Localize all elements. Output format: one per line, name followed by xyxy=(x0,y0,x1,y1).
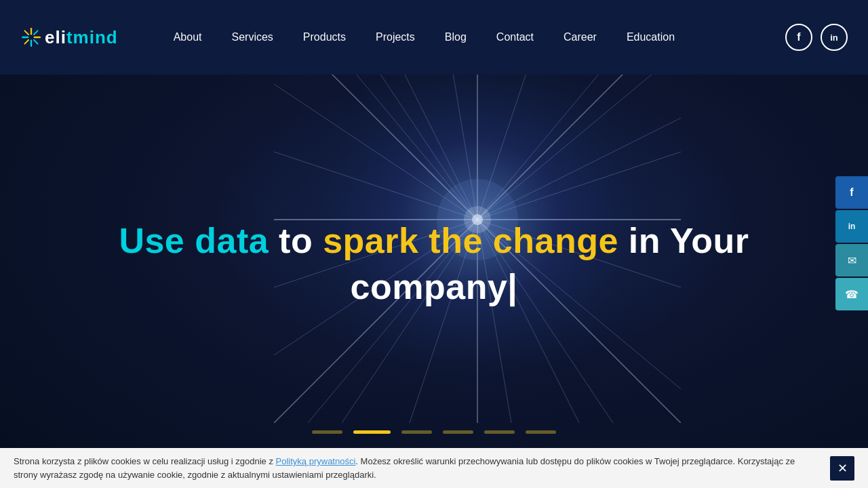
side-email-icon: ✉ xyxy=(848,254,856,267)
main-nav: About Services Products Projects Blog Co… xyxy=(159,24,772,50)
tagline-use-data: Use data xyxy=(119,221,269,260)
svg-line-41 xyxy=(34,30,38,35)
logo-eli: eli xyxy=(45,27,66,47)
header-facebook-button[interactable]: f xyxy=(785,24,812,51)
svg-line-40 xyxy=(34,40,38,44)
nav-projects[interactable]: Projects xyxy=(361,24,430,50)
side-facebook-button[interactable]: f xyxy=(835,176,868,209)
nav-education[interactable]: Education xyxy=(612,24,690,50)
linkedin-icon: in xyxy=(830,33,838,43)
logo-text: elitmind xyxy=(45,27,118,48)
nav-products[interactable]: Products xyxy=(288,24,361,50)
slide-dot-5[interactable] xyxy=(484,430,515,434)
side-phone-icon: ☎ xyxy=(845,288,859,301)
facebook-icon: f xyxy=(797,31,800,43)
slide-dot-6[interactable] xyxy=(526,430,556,434)
nav-services[interactable]: Services xyxy=(217,24,288,50)
slide-indicators xyxy=(312,430,556,434)
header-social-icons: f in xyxy=(785,24,848,51)
hero-content: Use data to spark the change in Your com… xyxy=(43,218,825,310)
side-linkedin-icon: in xyxy=(848,222,856,231)
nav-contact[interactable]: Contact xyxy=(481,24,549,50)
side-linkedin-button[interactable]: in xyxy=(835,210,868,243)
cookie-text-before-link: Strona korzysta z plików cookies w celu … xyxy=(14,456,276,466)
nav-career[interactable]: Career xyxy=(549,24,612,50)
nav-about[interactable]: About xyxy=(159,24,217,50)
hero-tagline: Use data to spark the change in Your com… xyxy=(43,218,825,310)
svg-line-42 xyxy=(24,40,28,44)
slide-dot-1[interactable] xyxy=(312,430,342,434)
header-linkedin-button[interactable]: in xyxy=(821,24,848,51)
cursor: | xyxy=(507,267,517,306)
side-phone-button[interactable]: ☎ xyxy=(835,278,868,310)
cookie-text: Strona korzysta z plików cookies w celu … xyxy=(14,455,830,481)
tagline-to: to xyxy=(269,221,323,260)
slide-dot-4[interactable] xyxy=(443,430,473,434)
side-social-bar: f in ✉ ☎ xyxy=(835,176,868,312)
side-email-button[interactable]: ✉ xyxy=(835,244,868,277)
tagline-spark-change: spark the change xyxy=(323,221,618,260)
header: elitmind About Services Products Project… xyxy=(0,0,868,75)
side-facebook-icon: f xyxy=(850,186,853,199)
cookie-privacy-link[interactable]: Polityką prywatności xyxy=(276,456,356,466)
svg-line-39 xyxy=(24,30,28,35)
cookie-bar: Strona korzysta z plików cookies w celu … xyxy=(0,448,868,488)
slide-dot-3[interactable] xyxy=(401,430,432,434)
logo-tmind: tmind xyxy=(66,27,118,47)
nav-blog[interactable]: Blog xyxy=(430,24,481,50)
slide-dot-2[interactable] xyxy=(353,430,391,434)
logo[interactable]: elitmind xyxy=(20,26,118,48)
cookie-close-button[interactable]: ✕ xyxy=(830,456,854,481)
logo-icon xyxy=(20,26,42,48)
